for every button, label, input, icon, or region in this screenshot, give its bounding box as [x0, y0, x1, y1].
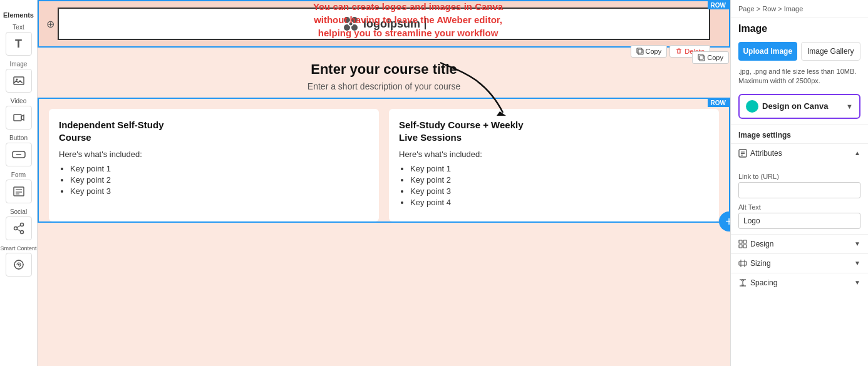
sidebar-text-btn[interactable]: T [6, 32, 32, 56]
row-copy-btn[interactable]: Copy [692, 51, 729, 64]
card-2: Self-Study Course + WeeklyLive Sessions … [389, 109, 719, 221]
breadcrumb-path[interactable]: Page > Row > [738, 5, 782, 13]
svg-rect-36 [743, 240, 747, 243]
spacing-icon [738, 278, 747, 287]
design-accordion: Design ▼ [731, 234, 868, 253]
sidebar-video-btn[interactable] [6, 106, 32, 130]
logo-placeholder: logoipsum [342, 15, 426, 33]
add-row-btn[interactable]: + [719, 211, 730, 231]
svg-rect-28 [637, 48, 642, 53]
logo-copy-btn[interactable]: Copy [631, 45, 668, 58]
design-on-canva-btn[interactable]: Design on Canva ▼ [738, 94, 860, 119]
sidebar-section-form: Form [0, 171, 37, 203]
svg-line-12 [17, 225, 21, 228]
svg-rect-37 [739, 245, 742, 248]
sidebar-section-social: Social [0, 208, 37, 240]
svg-rect-2 [14, 114, 21, 121]
spacing-header[interactable]: Spacing ▼ [731, 273, 868, 292]
spacing-label: Spacing [750, 278, 777, 287]
sizing-header[interactable]: Sizing ▼ [731, 254, 868, 273]
sidebar-smart-label: Smart Content [0, 245, 36, 252]
canva-chevron-icon: ▼ [846, 103, 853, 110]
sizing-chevron-down-icon: ▼ [854, 260, 860, 267]
upload-image-btn[interactable]: Upload Image [738, 42, 797, 61]
title-row: Enter your course title Enter a short de… [38, 49, 730, 98]
card-1-subtitle: Here's what's included: [59, 150, 369, 159]
link-url-label: Link to (URL) [738, 173, 860, 180]
svg-rect-38 [743, 245, 747, 248]
design-label: Design [750, 240, 773, 248]
card-1-list: Key point 1 Key point 2 Key point 3 [59, 164, 369, 196]
svg-point-9 [20, 223, 23, 226]
file-info: .jpg, .png and file size less than 10MB.… [731, 64, 868, 89]
attributes-content: Link to (URL) Alt Text [731, 163, 868, 234]
course-subtitle[interactable]: Enter a short description of your course [63, 81, 705, 91]
email-canvas: ROW ⊕ [38, 0, 730, 366]
sidebar-social-btn[interactable] [6, 216, 32, 240]
design-header[interactable]: Design ▼ [731, 235, 868, 253]
sidebar-form-label: Form [11, 171, 26, 178]
svg-rect-39 [739, 262, 747, 265]
svg-line-13 [17, 229, 21, 231]
design-chevron-down-icon: ▼ [854, 240, 860, 247]
svg-rect-27 [638, 49, 643, 54]
svg-point-10 [14, 227, 17, 230]
sidebar-form-btn[interactable] [6, 180, 32, 203]
svg-point-11 [20, 231, 23, 234]
sidebar-section-image: Image [0, 61, 37, 93]
design-header-left: Design [738, 240, 773, 248]
logo-row: ⊕ lo [39, 1, 729, 46]
logo-text: logoipsum [363, 18, 420, 31]
card-2-point-4: Key point 4 [410, 198, 709, 207]
panel-title: Image [731, 18, 868, 38]
card-2-point-1: Key point 1 [410, 164, 709, 173]
card-1: Independent Self-StudyCourse Here's what… [49, 109, 379, 221]
row-copy-icon [698, 54, 705, 61]
sidebar-section-video: Video [0, 98, 37, 130]
logo-icon [342, 15, 359, 33]
upload-row: Upload Image Image Gallery [731, 38, 868, 64]
copy-icon [636, 48, 644, 55]
sidebar-social-label: Social [10, 208, 27, 215]
spacing-chevron-down-icon: ▼ [854, 279, 860, 286]
sizing-accordion: Sizing ▼ [731, 253, 868, 273]
canva-logo-icon [746, 100, 758, 113]
canva-btn-left: Design on Canva [746, 100, 828, 113]
card-1-point-1: Key point 1 [70, 164, 369, 173]
logo-image-container[interactable]: ⊕ lo [58, 8, 710, 40]
attributes-icon [738, 149, 747, 158]
attributes-header-left: Attributes [738, 149, 782, 158]
svg-point-15 [18, 264, 19, 266]
spacing-header-left: Spacing [738, 278, 777, 287]
course-title[interactable]: Enter your course title [63, 61, 705, 78]
cursor-indicator [425, 18, 426, 29]
sidebar-section-button: Button [0, 135, 37, 166]
row-label-logo: ROW [708, 1, 729, 9]
sidebar-image-btn[interactable] [6, 69, 32, 93]
card-2-list: Key point 1 Key point 2 Key point 3 Key … [399, 164, 709, 207]
card-2-title[interactable]: Self-Study Course + WeeklyLive Sessions [399, 119, 709, 143]
alt-text-label: Alt Text [738, 203, 860, 211]
link-url-input[interactable] [738, 182, 860, 198]
move-handle-icon[interactable]: ⊕ [46, 18, 54, 30]
left-sidebar: Elements Text T Image Video [0, 0, 38, 366]
cards-row: Independent Self-StudyCourse Here's what… [39, 99, 729, 221]
design-icon [738, 240, 747, 248]
sidebar-button-btn[interactable] [6, 143, 32, 166]
image-gallery-btn[interactable]: Image Gallery [801, 42, 861, 61]
image-settings-label: Image settings [731, 124, 868, 143]
spacing-accordion: Spacing ▼ [731, 273, 868, 292]
alt-text-input[interactable] [738, 213, 860, 229]
card-2-subtitle: Here's what's included: [399, 150, 709, 159]
attributes-header[interactable]: Attributes ▲ [731, 144, 868, 163]
card-2-point-3: Key point 3 [410, 186, 709, 196]
sidebar-section-smart-content: Smart Content [0, 245, 37, 277]
breadcrumb-current: Image [784, 5, 803, 13]
sidebar-image-label: Image [10, 61, 28, 68]
sidebar-text-label: Text [13, 24, 24, 31]
svg-rect-30 [698, 54, 703, 59]
sidebar-smart-btn[interactable] [6, 253, 32, 277]
svg-rect-5 [14, 187, 24, 196]
card-1-title[interactable]: Independent Self-StudyCourse [59, 119, 369, 143]
canvas-area: You can create logos and images in Canva… [38, 0, 730, 366]
